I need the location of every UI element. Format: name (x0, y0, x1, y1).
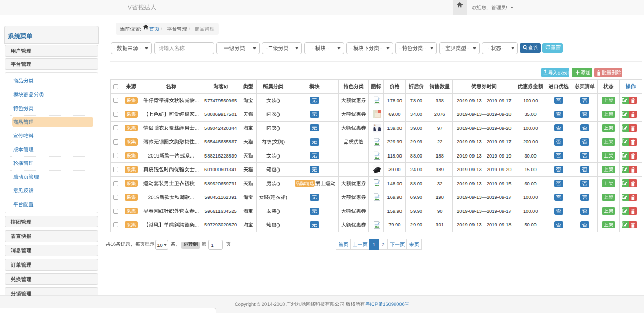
svg-text:2019-09-13—2019-09-19: 2019-09-13—2019-09-19 (457, 153, 511, 159)
svg-text:50.00: 50.00 (524, 222, 536, 227)
svg-text:2076: 2076 (434, 112, 445, 117)
svg-text:229.99: 229.99 (387, 139, 402, 145)
svg-text:2019-09-13—2019-09-20: 2019-09-13—2019-09-20 (457, 126, 511, 131)
svg-text:60.00: 60.00 (524, 181, 536, 186)
svg-text:59.90: 59.90 (410, 209, 422, 214)
svg-text:79.90: 79.90 (388, 222, 400, 227)
svg-text:169.90: 169.90 (387, 195, 402, 200)
svg-text:1: 1 (373, 242, 375, 247)
svg-text:29.99: 29.99 (410, 139, 422, 145)
svg-text:10: 10 (157, 243, 162, 248)
svg-text:100.00: 100.00 (523, 195, 538, 200)
svg-text:200.00: 200.00 (523, 139, 538, 145)
svg-text:69.00: 69.00 (388, 112, 400, 117)
svg-text:198: 198 (435, 195, 444, 200)
svg-text:24.00: 24.00 (410, 167, 422, 172)
svg-text:2019-09-13—2019-09-17: 2019-09-13—2019-09-17 (457, 209, 511, 214)
svg-text:30.00: 30.00 (524, 153, 536, 159)
svg-text:588869917501: 588869917501 (204, 112, 237, 117)
svg-text:189: 189 (435, 167, 444, 172)
svg-text:22: 22 (437, 139, 442, 145)
svg-text:32: 32 (437, 181, 442, 186)
svg-text:34.00: 34.00 (410, 112, 422, 117)
svg-text:15.00: 15.00 (524, 167, 536, 172)
svg-text:2: 2 (382, 242, 384, 247)
svg-text:101: 101 (435, 222, 444, 227)
svg-text:29.90: 29.90 (410, 222, 422, 227)
svg-text:188: 188 (435, 153, 444, 159)
svg-text:577479560965: 577479560965 (204, 98, 237, 103)
svg-text:589620659791: 589620659791 (204, 181, 237, 186)
svg-text:88.00: 88.00 (410, 153, 422, 159)
svg-text:2019-09-13—2019-09-17: 2019-09-13—2019-09-17 (457, 139, 511, 145)
svg-text:39.00: 39.00 (388, 167, 400, 172)
svg-text:39.00: 39.00 (410, 126, 422, 131)
svg-text:2019-09-13—2019-09-20: 2019-09-13—2019-09-20 (457, 167, 511, 172)
svg-text:100.00: 100.00 (523, 209, 538, 214)
svg-text:90: 90 (437, 209, 442, 214)
svg-text:565446685867: 565446685867 (204, 139, 237, 145)
svg-text:97: 97 (437, 126, 442, 131)
svg-text:69.90: 69.90 (410, 195, 422, 200)
svg-text:178.00: 178.00 (387, 98, 402, 103)
svg-text:159.90: 159.90 (387, 209, 402, 214)
svg-text:2019-09-13—2019-09-15: 2019-09-13—2019-09-15 (457, 181, 511, 186)
svg-text:2019-09-13—2019-09-17: 2019-09-13—2019-09-17 (457, 98, 511, 103)
svg-text:78.00: 78.00 (410, 98, 422, 103)
svg-text:2019-09-13—2019-09-18: 2019-09-13—2019-09-18 (457, 222, 511, 227)
svg-text:100.00: 100.00 (523, 98, 538, 103)
svg-text:589042420344: 589042420344 (204, 126, 237, 131)
svg-text:138: 138 (435, 98, 444, 103)
svg-text:2019-09-13—2019-09-18: 2019-09-13—2019-09-18 (457, 112, 511, 117)
svg-text:139.00: 139.00 (387, 126, 402, 131)
svg-text:597293020870: 597293020870 (204, 222, 237, 227)
svg-text:596611634525: 596611634525 (204, 209, 236, 214)
svg-text:598451162391: 598451162391 (204, 195, 236, 200)
svg-text:2019-09-13—2019-09-17: 2019-09-13—2019-09-17 (457, 195, 511, 200)
svg-text:588216228899: 588216228899 (204, 153, 237, 159)
svg-text:35.00: 35.00 (524, 112, 536, 117)
svg-text:118.00: 118.00 (387, 153, 402, 159)
svg-text:88.00: 88.00 (410, 181, 422, 186)
svg-text:601000601341: 601000601341 (204, 167, 237, 172)
svg-text:1: 1 (211, 243, 213, 248)
svg-text:148.00: 148.00 (387, 181, 402, 186)
svg-text:100.00: 100.00 (523, 126, 538, 131)
